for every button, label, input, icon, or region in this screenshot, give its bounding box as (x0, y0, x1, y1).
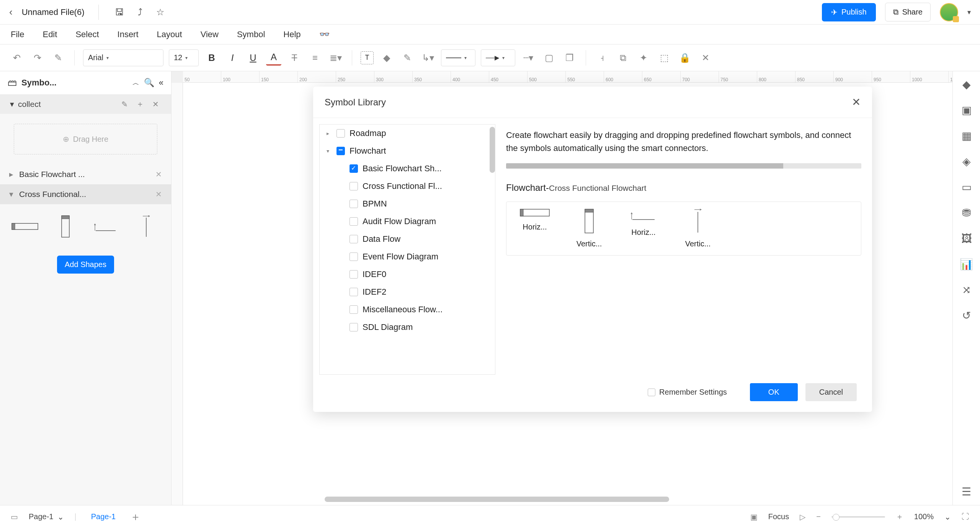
fill-bucket-icon[interactable]: ◆ (962, 78, 971, 91)
zoom-out-icon[interactable]: − (816, 512, 821, 521)
zoom-in-icon[interactable]: ＋ (896, 512, 903, 522)
tree-child[interactable]: Audit Flow Diagram (320, 213, 495, 230)
checkbox[interactable] (350, 270, 358, 279)
save-icon[interactable]: 🖫 (113, 5, 126, 20)
tree-child[interactable]: Miscellaneous Flow... (320, 301, 495, 318)
crop-icon[interactable]: ⬚ (657, 50, 672, 66)
lock-icon[interactable]: 🔒 (677, 50, 693, 66)
shape-vert-pool[interactable] (51, 215, 80, 238)
format-painter-icon[interactable]: ✎ (51, 50, 66, 66)
arrange-icon[interactable]: ▣ (962, 104, 972, 116)
avatar-caret-icon[interactable]: ▾ (967, 8, 971, 16)
menu-file[interactable]: File (11, 30, 24, 39)
publish-button[interactable]: ✈ Publish (822, 3, 876, 21)
shape-vert-sep[interactable] (131, 215, 161, 238)
history-icon[interactable]: ↺ (962, 309, 971, 322)
font-select[interactable]: Arial▾ (83, 49, 163, 66)
tools-icon[interactable]: ✕ (698, 50, 713, 66)
line-style-select[interactable]: ▾ (441, 49, 475, 66)
text-box-icon[interactable]: T (361, 51, 374, 64)
zoom-slider[interactable] (831, 516, 885, 518)
avatar[interactable] (940, 3, 958, 21)
focus-label[interactable]: Focus (768, 512, 789, 521)
checkbox[interactable] (350, 305, 358, 314)
italic-icon[interactable]: I (225, 50, 240, 66)
menu-insert[interactable]: Insert (118, 30, 139, 39)
tree-child[interactable]: BPMN (320, 195, 495, 213)
group-icon[interactable]: ⧉ (615, 50, 630, 66)
chart-icon[interactable]: 📊 (960, 258, 973, 271)
tree-child[interactable]: SDL Diagram (320, 318, 495, 336)
layers-icon[interactable]: ◈ (962, 155, 971, 168)
checkbox[interactable] (350, 200, 358, 208)
tree-flowchart[interactable]: ▾ Flowchart (320, 142, 495, 160)
checkbox[interactable] (350, 288, 358, 296)
layout-icon[interactable]: ▭ (11, 512, 18, 521)
scrollbar[interactable] (490, 127, 495, 173)
close-icon[interactable]: ✕ (155, 190, 162, 199)
plus-icon[interactable]: ＋ (134, 99, 146, 109)
menu-icon[interactable]: ☰ (962, 485, 971, 498)
close-icon[interactable]: ✕ (155, 170, 162, 179)
checkbox[interactable] (350, 235, 358, 243)
redo-icon[interactable]: ↷ (30, 50, 45, 66)
align-left-icon[interactable]: ⫞ (595, 50, 610, 66)
lib-basic-flowchart[interactable]: ▸ Basic Flowchart ... ✕ (0, 164, 171, 184)
back-icon[interactable]: ‹ (9, 6, 13, 18)
menu-symbol[interactable]: Symbol (237, 30, 265, 39)
line-spacing-icon[interactable]: ≣▾ (328, 50, 343, 66)
share-button[interactable]: ⧉ Share (885, 3, 931, 21)
collect-bar[interactable]: ▾ collect ✎ ＋ ✕ (0, 94, 171, 114)
drag-zone[interactable]: ⊕ Drag Here (14, 124, 157, 154)
undo-icon[interactable]: ↶ (9, 50, 24, 66)
edit-icon[interactable]: ✎ (119, 100, 130, 109)
file-name[interactable]: Unnamed File(6) (22, 7, 85, 17)
distribute-icon[interactable]: ✦ (636, 50, 651, 66)
zoom-value[interactable]: 100% (914, 512, 934, 521)
lib-cross-functional[interactable]: ▾ Cross Functional... ✕ (0, 184, 171, 204)
tree-child[interactable]: Cross Functional Fl... (320, 177, 495, 195)
close-icon[interactable]: ✕ (852, 96, 861, 108)
menu-help[interactable]: Help (283, 30, 301, 39)
image-icon[interactable]: 🖼 (961, 232, 972, 245)
collapse-icon[interactable]: « (159, 78, 163, 88)
tree-child[interactable]: Basic Flowchart Sh... (320, 160, 495, 177)
shape-horiz-sep[interactable] (91, 215, 121, 238)
database-icon[interactable]: ⛃ (962, 207, 971, 219)
canvas[interactable]: 5010015020025030035040045050055060065070… (172, 71, 952, 505)
tree-child[interactable]: IDEF0 (320, 266, 495, 283)
preview-shape-horiz-pool[interactable]: Horiz... (510, 209, 559, 248)
shuffle-icon[interactable]: ⤨ (962, 284, 971, 296)
pen-icon[interactable]: ✎ (400, 50, 415, 66)
preview-shape-horiz-sep[interactable]: Horiz... (619, 209, 668, 248)
grid-icon[interactable]: ▦ (962, 130, 972, 142)
close-icon[interactable]: ✕ (150, 100, 161, 109)
page-select[interactable]: Page-1 ⌄ (29, 512, 64, 521)
shadow-icon[interactable]: ▢ (541, 50, 557, 66)
arrow-style-select[interactable]: ──▶▾ (481, 49, 515, 66)
play-icon[interactable]: ▷ (800, 512, 805, 521)
search-icon[interactable]: 🔍 (144, 78, 154, 88)
checkbox[interactable] (350, 217, 358, 226)
cancel-button[interactable]: Cancel (805, 383, 857, 401)
presentation-icon[interactable]: ▭ (962, 181, 972, 193)
dash-icon[interactable]: ┄▾ (521, 50, 536, 66)
text-color-icon[interactable]: A (266, 50, 281, 66)
checkbox[interactable] (350, 253, 358, 261)
checkbox[interactable] (350, 323, 358, 331)
checkbox[interactable] (350, 182, 358, 190)
align-icon[interactable]: ≡ (307, 50, 323, 66)
star-icon[interactable]: ☆ (154, 5, 167, 20)
chevron-up-icon[interactable]: ︿ (132, 78, 139, 87)
connector-icon[interactable]: ↳▾ (420, 50, 436, 66)
add-shapes-button[interactable]: Add Shapes (57, 256, 114, 274)
fit-icon[interactable]: ▣ (750, 512, 758, 521)
menu-select[interactable]: Select (75, 30, 99, 39)
preview-shape-vert-sep[interactable]: Vertic... (673, 209, 722, 248)
tree-roadmap[interactable]: ▸ Roadmap (320, 125, 495, 142)
tree-child[interactable]: IDEF2 (320, 283, 495, 301)
size-select[interactable]: 12▾ (169, 49, 199, 66)
chevron-down-icon[interactable]: ⌄ (944, 512, 951, 521)
layer-icon[interactable]: ❐ (562, 50, 577, 66)
menu-edit[interactable]: Edit (42, 30, 57, 39)
